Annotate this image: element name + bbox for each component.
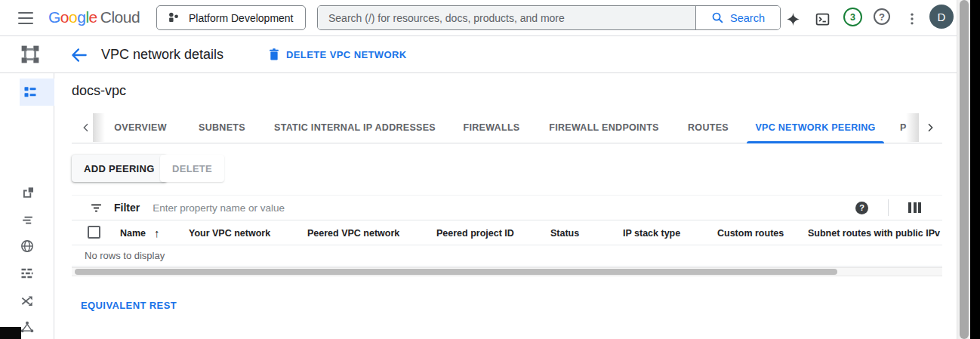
cloud-shell-icon[interactable] bbox=[814, 11, 831, 27]
vpc-networks-icon bbox=[23, 85, 38, 100]
search-input[interactable] bbox=[318, 6, 695, 29]
search-button-label: Search bbox=[730, 12, 765, 24]
filter-toolbar: Filter ? bbox=[72, 195, 942, 220]
column-header-peered-vpc-network[interactable]: Peered VPC network bbox=[307, 220, 399, 245]
delete-vpc-network-button[interactable]: DELETE VPC NETWORK bbox=[269, 36, 407, 73]
filter-input[interactable] bbox=[153, 202, 855, 214]
delete-button[interactable]: DELETE bbox=[160, 155, 224, 182]
globe-icon bbox=[20, 239, 35, 254]
filter-icon[interactable] bbox=[90, 202, 103, 214]
gemini-sparkle-icon[interactable] bbox=[784, 11, 801, 27]
help-icon[interactable]: ? bbox=[874, 8, 890, 25]
toolbar-divider bbox=[888, 199, 889, 216]
select-all-checkbox[interactable] bbox=[88, 226, 100, 239]
tabs-left-scrim bbox=[93, 113, 105, 142]
sidebar-item-routes[interactable] bbox=[0, 287, 54, 314]
tabs-scroll-right-icon[interactable] bbox=[920, 112, 941, 143]
tabs-right-scrim bbox=[906, 113, 919, 142]
sidebar-item-own-ip[interactable] bbox=[0, 206, 54, 233]
tab-routes[interactable]: ROUTES bbox=[676, 112, 741, 143]
vertical-scrollbar-thumb[interactable] bbox=[960, 0, 969, 339]
google-cloud-logo[interactable]: GoogleCloud bbox=[48, 8, 140, 26]
avatar-initial: D bbox=[938, 11, 946, 23]
help-glyph: ? bbox=[879, 11, 885, 23]
filter-help-icon[interactable]: ? bbox=[855, 202, 868, 214]
notifications-badge[interactable]: 3 bbox=[843, 8, 862, 26]
empty-table-message: No rows to display bbox=[85, 245, 165, 266]
vpc-network-product-icon bbox=[20, 45, 40, 64]
logo-cloud-text: Cloud bbox=[100, 8, 140, 26]
equivalent-rest-link[interactable]: EQUIVALENT REST bbox=[81, 300, 177, 311]
filter-label: Filter bbox=[114, 202, 140, 214]
table-bottom-divider bbox=[72, 266, 942, 267]
tab-firewall-endpoints[interactable]: FIREWALL ENDPOINTS bbox=[545, 112, 663, 143]
firewall-icon bbox=[20, 266, 35, 281]
screen-edge-artifact-bottom-left bbox=[0, 327, 21, 339]
own-ip-lines-icon bbox=[20, 213, 35, 227]
sidebar-item-ip-addresses[interactable] bbox=[0, 179, 54, 206]
sidebar-item-globe[interactable] bbox=[0, 233, 54, 260]
column-header-peered-project-id[interactable]: Peered project ID bbox=[436, 220, 514, 245]
column-header-ip-stack-type[interactable]: IP stack type bbox=[623, 220, 680, 245]
column-header-your-vpc-network[interactable]: Your VPC network bbox=[189, 220, 270, 245]
tab-static-internal-ip-addresses[interactable]: STATIC INTERNAL IP ADDRESSES bbox=[263, 112, 447, 143]
search-button[interactable]: Search bbox=[695, 6, 780, 29]
routes-icon bbox=[20, 293, 35, 308]
more-vert-icon[interactable] bbox=[904, 11, 920, 27]
trash-icon bbox=[269, 48, 279, 61]
hamburger-menu-icon[interactable] bbox=[17, 10, 35, 26]
delete-vpc-network-label: DELETE VPC NETWORK bbox=[286, 49, 407, 60]
tab-firewalls[interactable]: FIREWALLS bbox=[457, 112, 526, 143]
column-header-name[interactable]: Name ↑ bbox=[120, 220, 160, 245]
table-header-row: Name ↑ Your VPC network Peered VPC netwo… bbox=[72, 220, 942, 245]
search-icon bbox=[711, 11, 724, 24]
global-search: Search bbox=[317, 5, 781, 30]
sidebar-item-vpc-networks[interactable] bbox=[20, 79, 54, 106]
tab-vpc-network-peering[interactable]: VPC NETWORK PEERING bbox=[747, 112, 884, 143]
vertical-scrollbar bbox=[957, 0, 970, 339]
project-name: Platform Development bbox=[189, 12, 294, 24]
column-header-status[interactable]: Status bbox=[550, 220, 579, 245]
page-title: VPC network details bbox=[101, 36, 223, 73]
project-icon bbox=[167, 11, 180, 25]
add-peering-button[interactable]: ADD PEERING bbox=[72, 155, 167, 182]
horizontal-scrollbar bbox=[72, 267, 942, 276]
logo-google-text: Google bbox=[48, 8, 97, 26]
gcp-console: GoogleCloud Platform Development Search bbox=[0, 0, 980, 339]
column-header-custom-routes[interactable]: Custom routes bbox=[717, 220, 784, 245]
column-header-subnet-routes[interactable]: Subnet routes with public IPv bbox=[808, 220, 941, 245]
vpc-peering-icon bbox=[20, 320, 35, 335]
sidebar-item-firewall[interactable] bbox=[0, 260, 54, 287]
column-display-icon[interactable] bbox=[908, 202, 921, 213]
screen-edge-artifact-right bbox=[970, 0, 980, 339]
top-bar: GoogleCloud Platform Development Search bbox=[0, 0, 970, 36]
back-arrow-icon[interactable] bbox=[69, 45, 89, 65]
sidebar-nav bbox=[0, 73, 54, 339]
filter-help-glyph: ? bbox=[859, 203, 864, 212]
external-ip-icon bbox=[20, 186, 35, 200]
avatar[interactable]: D bbox=[929, 5, 954, 29]
page-header: VPC network details DELETE VPC NETWORK bbox=[0, 36, 970, 73]
network-name: docs-vpc bbox=[72, 83, 126, 99]
tab-overview[interactable]: OVERVIEW bbox=[106, 112, 174, 143]
tab-subnets[interactable]: SUBNETS bbox=[191, 112, 253, 143]
horizontal-scrollbar-thumb[interactable] bbox=[75, 269, 837, 275]
sort-asc-icon: ↑ bbox=[154, 227, 160, 239]
project-selector[interactable]: Platform Development bbox=[156, 5, 306, 30]
notifications-count: 3 bbox=[850, 12, 855, 23]
